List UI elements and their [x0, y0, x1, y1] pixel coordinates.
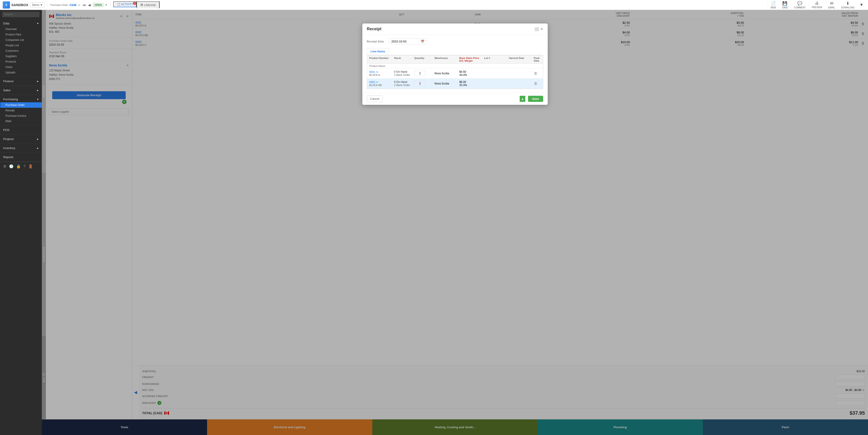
line-items-tabs: Line Items	[367, 48, 543, 55]
pack-date-header: Pack Date	[534, 57, 541, 62]
receipt-table-subheader: Product Name	[367, 64, 543, 68]
inventory-chevron: ▸	[37, 146, 39, 150]
receipt-warehouse-1: Nova Scotia	[434, 72, 458, 75]
receipt-qty-2-input[interactable]	[414, 81, 426, 86]
logo: S SANDBOX	[3, 1, 28, 8]
logo-icon: S	[3, 1, 10, 8]
sidebar-section-finance-header[interactable]: Finance ▸	[0, 78, 42, 84]
pos-section-label: POS	[3, 128, 9, 132]
delete-receipt-row-1-button[interactable]: 🗑	[534, 71, 537, 75]
purchasing-chevron: ▾	[37, 98, 39, 101]
download-icon: ⬇	[846, 1, 849, 6]
more-button[interactable]: ▼	[858, 0, 865, 10]
delete-receipt-row-2-button[interactable]: 🗑	[534, 81, 537, 86]
sidebar-item-purchase-invoice[interactable]: Purchase Invoice	[0, 113, 42, 119]
modal-maximize-button[interactable]: ⬜	[534, 27, 539, 31]
logout-icon-btn[interactable]: 🚪	[28, 164, 33, 168]
receipt-date-label: Receipt Date	[367, 40, 387, 43]
sidebar-section-inventory: Inventory ▸	[0, 144, 42, 153]
calendar-icon-button[interactable]: 📅	[418, 39, 426, 44]
modal-close-button[interactable]: ✕	[540, 27, 543, 31]
sidebar-section-purchasing: Purchasing ▾ Purchase Order Receipt Purc…	[0, 95, 42, 126]
sidebar-item-uploads[interactable]: Uploads	[0, 70, 42, 75]
date-input-wrap: 📅	[389, 38, 427, 44]
sales-section-label: Sales	[3, 89, 11, 92]
sidebar-item-suppliers[interactable]: Suppliers	[0, 54, 42, 59]
product-number-header: Product Number	[369, 57, 393, 62]
top-divider-2	[110, 2, 111, 8]
activity-tab[interactable]: 1 📋 ACTIVITY	[113, 1, 137, 7]
sidebar-section-inventory-header[interactable]: Inventory ▸	[0, 145, 42, 151]
search-input[interactable]	[2, 12, 39, 17]
nav-arrows[interactable]: ⏮ ◀	[82, 3, 92, 7]
email-button[interactable]: ✉ EMAIL	[825, 0, 838, 10]
modal-header: Receipt ⬜ ✕	[362, 24, 548, 35]
save-button[interactable]: 💾 SAVE	[779, 0, 791, 10]
receipt-date-input[interactable]	[389, 39, 418, 44]
cancel-button[interactable]: Cancel	[367, 96, 383, 102]
finance-chevron: ▸	[37, 79, 39, 83]
po-version: v1	[78, 4, 81, 6]
receipt-warehouse-2: Nova Scotia	[434, 82, 458, 85]
help-icon-btn[interactable]: ?	[24, 164, 26, 168]
preview-button[interactable]: 🖨 PREVIEW	[809, 0, 825, 10]
receipt-table-header: Product Number Stock Quantity Warehouse …	[367, 55, 543, 64]
receipt-row: 0002 ✏ BLOCK BB 0 On Hand 2 Back Order	[367, 78, 543, 89]
sidebar-item-users[interactable]: Users	[0, 64, 42, 70]
new-button[interactable]: 📄 NEW	[768, 0, 778, 10]
sidebar-section-projects-header[interactable]: Projects ▸	[0, 136, 42, 142]
inventory-section-label: Inventory	[3, 146, 15, 150]
sidebar-search	[0, 10, 42, 19]
sidebar-section-sales-header[interactable]: Sales ▸	[0, 87, 42, 93]
new-icon: 📄	[771, 1, 776, 6]
clock-icon-btn[interactable]: 🕐	[9, 164, 13, 168]
sidebar-section-finance: Finance ▸	[0, 77, 42, 86]
sidebar-item-customers[interactable]: Customers	[0, 48, 42, 54]
sidebar-item-products[interactable]: Products	[0, 59, 42, 64]
quantity-header: Quantity	[414, 57, 433, 62]
harvest-date-header: Harvest Date	[509, 57, 532, 62]
demo-button[interactable]: Demo ▼	[30, 2, 45, 7]
sidebar-section-pos-header[interactable]: POS	[0, 127, 42, 133]
sidebar-item-rma[interactable]: RMA	[0, 119, 42, 124]
sidebar-item-product-files[interactable]: Product Files	[0, 32, 42, 37]
reports-section-label: Reports	[3, 156, 13, 159]
download-button[interactable]: ⬇ DOWNLOAD	[838, 0, 857, 10]
nav-prev[interactable]: ◀	[87, 3, 92, 7]
modal-footer: Cancel ▲ Save	[362, 93, 548, 105]
sidebar-section-reports: Reports	[0, 153, 42, 162]
edit-prod-2-icon: ✏	[376, 80, 378, 84]
activity-tabs: 1 📋 ACTIVITY ⚙ LINEAGE	[113, 1, 160, 8]
sidebar-item-receipt[interactable]: Receipt	[0, 108, 42, 113]
sidebar-section-pos: POS	[0, 126, 42, 135]
stock-header: Stock	[394, 57, 412, 62]
lock-icon-btn[interactable]: 🔒	[16, 164, 21, 168]
po-number: #348	[69, 3, 76, 7]
modal-body: Receipt Date 📅 Line Items	[362, 35, 548, 93]
top-actions: 📄 NEW 💾 SAVE 💬 COMMENT 🖨 PREVIEW ✉ EMAIL…	[768, 0, 865, 10]
save-button[interactable]: Save	[528, 96, 543, 102]
sidebar-section-purchasing-header[interactable]: Purchasing ▾	[0, 96, 42, 102]
receipt-qty-1-input[interactable]	[414, 71, 426, 76]
sidebar-item-companies-list[interactable]: Companies List	[0, 37, 42, 43]
receipt-table: Product Number Stock Quantity Warehouse …	[367, 55, 543, 89]
comment-button[interactable]: 💬 COMMENT	[791, 0, 808, 10]
nav-first[interactable]: ⏮	[82, 3, 87, 7]
receipt-table-body: 0001 ✏ BLOCK A 0 On Hand 2 Back Order	[367, 68, 543, 89]
sidebar-item-purchase-order[interactable]: Purchase Order	[0, 102, 42, 108]
sidebar-section-reports-header[interactable]: Reports	[0, 154, 42, 160]
lineage-tab[interactable]: ⚙ LINEAGE	[136, 1, 159, 8]
data-section-chevron: ▾	[37, 22, 39, 25]
purchase-order-info: Purchase Order #348 v1 ⏮ ◀ OPEN ▼	[51, 3, 107, 7]
settings-icon-btn[interactable]: ⚙	[3, 164, 6, 168]
line-items-tab-button[interactable]: Line Items	[367, 48, 389, 55]
preview-icon: 🖨	[815, 1, 819, 6]
purchasing-section-label: Purchasing	[3, 98, 18, 101]
sidebar-item-people-list[interactable]: People List	[0, 43, 42, 48]
sidebar-item-overview[interactable]: Overview	[0, 26, 42, 32]
base-sales-price-header: Base Sales Price Est. Margin	[459, 57, 483, 62]
collapse-arrow-button[interactable]: ▲	[520, 96, 525, 102]
sidebar-section-data-header[interactable]: Data ▾	[0, 20, 42, 26]
email-icon: ✉	[830, 1, 833, 6]
app-name: SANDBOX	[11, 3, 28, 7]
